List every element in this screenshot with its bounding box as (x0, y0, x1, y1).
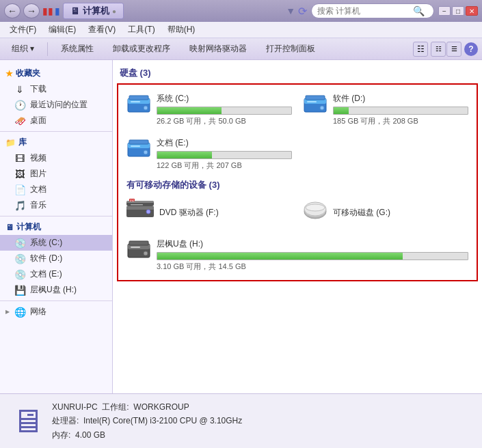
sidebar-item-h[interactable]: 💾 层枫U盘 (H:) (0, 282, 112, 298)
dvd-name: DVD 驱动器 (F:) (159, 207, 219, 219)
main-layout: ★ 收藏夹 ⇓ 下载 🕐 最近访问的位置 🛷 桌面 📁 库 (0, 60, 482, 393)
status-pc-name: XUNRUI-PC 工作组: WORKGROUP (52, 400, 242, 414)
search-bar[interactable]: 🔍 (311, 3, 434, 18)
sidebar-divider-1 (0, 131, 112, 132)
sidebar-item-download[interactable]: ⇓ 下载 (0, 81, 112, 97)
signal-icon: ▮▮ (42, 5, 53, 16)
sidebar-recent-label: 最近访问的位置 (30, 99, 88, 111)
removable-g-item[interactable]: 可移动磁盘 (G:) (300, 195, 471, 230)
refresh-icon[interactable]: ⟳ (298, 5, 307, 18)
drive-d-item[interactable]: 软件 (D:) 185 GB 可用，共 208 GB (300, 90, 471, 129)
svg-rect-4 (129, 96, 148, 100)
drive-e-icon (126, 137, 151, 164)
sidebar: ★ 收藏夹 ⇓ 下载 🕐 最近访问的位置 🛷 桌面 📁 库 (0, 60, 113, 393)
back-button[interactable]: ← (4, 3, 21, 18)
sidebar-item-picture[interactable]: 🖼 图片 (0, 166, 112, 182)
toolbar-map-drive[interactable]: 映射网络驱动器 (182, 40, 254, 57)
menu-edit[interactable]: 编辑(E) (43, 23, 81, 37)
workgroup-value: WORKGROUP (133, 402, 189, 412)
computer-label: 计算机 (16, 221, 41, 233)
maximize-button[interactable]: □ (452, 6, 464, 16)
processor-value: Intel(R) Core(TM) i3-2100 CPU @ 3.10GHz (83, 416, 242, 425)
drive-e-item[interactable]: 文档 (E:) 122 GB 可用，共 207 GB (124, 135, 295, 173)
drive-d-icon (303, 93, 327, 120)
library-icon: 📁 (5, 138, 16, 148)
udisk-item[interactable]: 层枫U盘 (H:) 3.10 GB 可用，共 14.5 GB (124, 236, 471, 275)
drive-d-name: 软件 (D:) (333, 93, 468, 104)
view-list-btn[interactable]: ☷ (431, 42, 446, 57)
drive-c-item[interactable]: 系统 (C:) 26.2 GB 可用，共 50.0 GB (124, 90, 295, 129)
memory-label: 内存: (52, 430, 70, 440)
svg-rect-14 (129, 140, 148, 144)
drive-e-bar-container (157, 151, 292, 159)
udisk-icon (126, 238, 151, 265)
sidebar-item-d[interactable]: 💿 软件 (D:) (0, 251, 112, 266)
menubar: 文件(F) 编辑(E) 查看(V) 工具(T) 帮助(H) (0, 22, 482, 38)
address-bar[interactable]: 🖥 计算机 ● (63, 3, 124, 19)
svg-text:DVD: DVD (130, 199, 135, 202)
h-drive-icon: 💾 (14, 285, 26, 296)
sidebar-c-label: 系统 (C:) (30, 237, 62, 249)
music-icon: 🎵 (14, 200, 26, 211)
drive-e-info: 文档 (E:) 122 GB 可用，共 207 GB (157, 137, 292, 171)
picture-icon: 🖼 (14, 169, 26, 180)
search-input[interactable] (317, 6, 413, 16)
drive-c-name: 系统 (C:) (157, 93, 292, 104)
sidebar-e-label: 文档 (E:) (30, 268, 62, 280)
drive-e-name: 文档 (E:) (157, 137, 292, 149)
computer-sidebar-icon: 🖥 (5, 223, 14, 232)
sidebar-divider-3 (0, 300, 112, 301)
sidebar-item-video[interactable]: 🎞 视频 (0, 150, 112, 166)
toolbar-uninstall[interactable]: 卸载或更改程序 (105, 40, 178, 57)
sidebar-item-network[interactable]: ▶ 🌐 网络 (0, 304, 112, 320)
drive-c-icon (126, 93, 151, 120)
menu-help[interactable]: 帮助(H) (162, 23, 201, 37)
view-detail-btn[interactable]: ☰ (446, 42, 461, 57)
sidebar-d-label: 软件 (D:) (30, 253, 62, 264)
dvd-drive-item[interactable]: DVD DVD 驱动器 (F:) (124, 195, 295, 230)
svg-point-12 (144, 150, 148, 154)
dvd-icon: DVD (126, 198, 154, 227)
svg-rect-31 (129, 241, 148, 245)
sidebar-item-c[interactable]: 💿 系统 (C:) (0, 235, 112, 251)
sidebar-favorites-header[interactable]: ★ 收藏夹 (0, 66, 112, 81)
sidebar-item-music[interactable]: 🎵 音乐 (0, 197, 112, 213)
d-drive-icon: 💿 (14, 253, 26, 264)
sidebar-item-document[interactable]: 📄 文档 (0, 182, 112, 197)
sidebar-item-desktop[interactable]: 🛷 桌面 (0, 113, 112, 128)
svg-point-20 (146, 210, 150, 214)
sidebar-item-e[interactable]: 💿 文档 (E:) (0, 266, 112, 282)
drive-e-space: 122 GB 可用，共 207 GB (157, 160, 292, 171)
toolbar-right: ☷ ☷ ☰ ? (413, 42, 478, 57)
menu-file[interactable]: 文件(F) (4, 23, 42, 37)
toolbar-system-props[interactable]: 系统属性 (53, 40, 101, 57)
sidebar-computer-header[interactable]: 🖥 计算机 (0, 219, 112, 235)
close-button[interactable]: ✕ (466, 6, 478, 16)
signal-icon2: ▮ (55, 5, 60, 16)
drive-d-space: 185 GB 可用，共 208 GB (333, 116, 468, 126)
minimize-button[interactable]: − (438, 6, 451, 16)
sidebar-libraries-header[interactable]: 📁 库 (0, 135, 112, 150)
menu-view[interactable]: 查看(V) (83, 23, 121, 37)
pc-name-text: XUNRUI-PC (52, 402, 98, 412)
sidebar-desktop-label: 桌面 (30, 115, 46, 126)
toolbar-organize[interactable]: 组织 ▾ (4, 40, 42, 57)
statusbar: 🖥 XUNRUI-PC 工作组: WORKGROUP 处理器: Intel(R)… (0, 393, 482, 448)
svg-point-2 (144, 106, 148, 110)
drive-c-info: 系统 (C:) 26.2 GB 可用，共 50.0 GB (157, 93, 292, 126)
sidebar-item-recent[interactable]: 🕐 最近访问的位置 (0, 97, 112, 113)
help-button[interactable]: ? (464, 42, 478, 56)
toolbar-control-panel[interactable]: 打开控制面板 (258, 40, 323, 57)
view-toggle-btn[interactable]: ☷ (413, 42, 428, 57)
drive-e-bar (157, 152, 212, 158)
star-icon: ★ (5, 69, 13, 79)
sidebar-download-label: 下载 (30, 83, 46, 95)
menu-tools[interactable]: 工具(T) (122, 23, 160, 37)
search-area: ▼ ⟳ (286, 5, 307, 18)
sidebar-h-label: 层枫U盘 (H:) (30, 284, 77, 296)
sidebar-document-label: 文档 (30, 184, 46, 195)
workgroup-label: 工作组: (102, 402, 129, 412)
sidebar-favorites-section: ★ 收藏夹 ⇓ 下载 🕐 最近访问的位置 🛷 桌面 (0, 66, 112, 128)
computer-icon: 🖥 (70, 5, 80, 16)
forward-button[interactable]: → (23, 3, 40, 18)
